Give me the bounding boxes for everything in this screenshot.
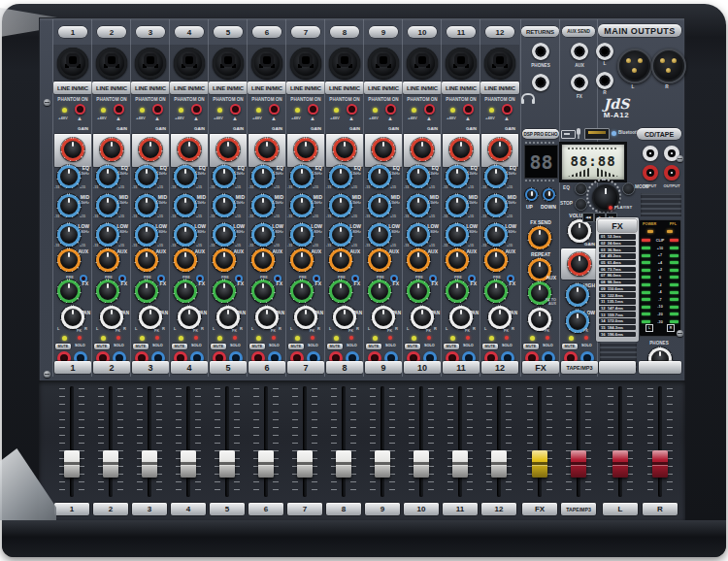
eq-knob[interactable] (290, 165, 314, 188)
eq-knob[interactable] (446, 194, 469, 217)
main-output-l-jack[interactable] (596, 43, 613, 60)
fader-cap[interactable] (64, 450, 80, 478)
returns-jack-2[interactable] (532, 74, 549, 91)
xlr-combo-jack[interactable] (170, 45, 209, 82)
tape-gain-knob[interactable] (568, 252, 591, 276)
aux-knob[interactable] (174, 248, 197, 272)
dsp-up-knob[interactable] (525, 188, 538, 201)
xlr-combo-jack[interactable] (480, 45, 519, 82)
aux-send-fx-jack[interactable] (571, 74, 588, 91)
aux-knob[interactable] (329, 248, 352, 272)
xlr-combo-jack[interactable] (131, 45, 170, 82)
phantom-button[interactable] (191, 104, 202, 115)
phantom-button[interactable] (308, 104, 318, 115)
pan-knob[interactable] (294, 306, 317, 329)
fader[interactable]: L (601, 380, 640, 520)
fader[interactable]: 11 (441, 380, 480, 520)
gain-knob[interactable] (139, 138, 162, 161)
aux-knob[interactable] (407, 248, 430, 272)
fader-cap[interactable] (612, 450, 628, 478)
fader[interactable]: TAPE/MP3 (559, 380, 598, 520)
fader-cap[interactable] (142, 450, 157, 478)
eq-knob[interactable] (135, 165, 158, 188)
fader[interactable]: 7 (285, 380, 324, 520)
cd-tape-input-r-rca[interactable] (643, 165, 658, 181)
volume-knob[interactable] (568, 219, 591, 243)
aux-knob[interactable] (368, 248, 391, 272)
eq-knob[interactable] (135, 194, 158, 217)
eq-knob[interactable] (368, 165, 391, 188)
fx-knob[interactable] (251, 280, 275, 303)
fader[interactable]: 6 (247, 380, 285, 520)
eq-knob[interactable] (251, 194, 275, 217)
phantom-button[interactable] (385, 104, 396, 115)
pan-knob[interactable] (100, 306, 123, 329)
pan-knob[interactable] (333, 306, 356, 329)
phantom-button[interactable] (502, 104, 513, 115)
gain-knob[interactable] (449, 138, 473, 161)
fader[interactable]: 8 (324, 380, 363, 520)
eq-knob[interactable] (96, 165, 119, 188)
pan-knob[interactable] (139, 306, 162, 329)
fader[interactable]: 12 (480, 380, 518, 520)
phantom-button[interactable] (463, 104, 474, 115)
eq-knob[interactable] (57, 194, 81, 217)
xlr-combo-jack[interactable] (403, 45, 442, 82)
xlr-combo-jack[interactable] (286, 45, 325, 82)
gain-knob[interactable] (294, 138, 317, 161)
fader-cap[interactable] (219, 450, 235, 478)
fx-knob[interactable] (135, 280, 158, 303)
aux-knob[interactable] (96, 248, 119, 272)
gain-knob[interactable] (178, 138, 201, 161)
fader-cap[interactable] (181, 450, 196, 478)
phantom-button[interactable] (269, 104, 280, 115)
pan-knob[interactable] (411, 306, 434, 329)
fx-to-aux-knob[interactable] (528, 308, 551, 331)
aux-knob[interactable] (135, 248, 158, 272)
fader-cap[interactable] (297, 450, 313, 478)
gain-knob[interactable] (333, 138, 356, 161)
fx-knob[interactable] (407, 280, 430, 303)
xlr-combo-jack[interactable] (248, 45, 286, 82)
pan-knob[interactable] (255, 306, 279, 329)
fx-knob[interactable] (368, 280, 391, 303)
player-stop-button[interactable] (575, 198, 587, 211)
xlr-combo-jack[interactable] (364, 45, 403, 82)
returns-jack-1[interactable] (532, 43, 549, 60)
fader[interactable]: 9 (363, 380, 402, 520)
fader-cap[interactable] (452, 450, 468, 478)
fader[interactable]: 4 (169, 380, 208, 520)
eq-knob[interactable] (407, 165, 430, 188)
eq-knob[interactable] (407, 194, 430, 217)
fx-send-knob[interactable] (528, 226, 551, 249)
fx-knob[interactable] (290, 280, 314, 303)
fader-cap[interactable] (532, 450, 547, 478)
aux-send-aux-jack[interactable] (571, 43, 588, 60)
aux-knob[interactable] (251, 248, 275, 272)
eq-knob[interactable] (96, 194, 119, 217)
fader-cap[interactable] (103, 450, 118, 478)
fader-cap[interactable] (571, 450, 586, 478)
fader[interactable]: 2 (91, 380, 130, 520)
fader[interactable]: FX (520, 380, 559, 520)
fader-cap[interactable] (652, 450, 668, 478)
fx-knob[interactable] (446, 280, 469, 303)
cd-tape-input-l-rca[interactable] (643, 146, 658, 161)
fx-knob[interactable] (57, 280, 81, 303)
gain-knob[interactable] (411, 138, 434, 161)
dsp-down-knob[interactable] (543, 188, 555, 201)
fx-knob[interactable] (174, 280, 197, 303)
xlr-combo-jack[interactable] (53, 45, 92, 82)
phantom-button[interactable] (75, 104, 85, 115)
player-eq-button[interactable] (575, 182, 587, 195)
eq-knob[interactable] (446, 165, 469, 188)
xlr-combo-jack[interactable] (442, 45, 480, 82)
main-output-r-jack[interactable] (596, 72, 613, 89)
pan-knob[interactable] (449, 306, 473, 329)
fader[interactable]: 5 (208, 380, 247, 520)
aux-knob[interactable] (446, 248, 469, 272)
gain-knob[interactable] (372, 138, 395, 161)
pan-knob[interactable] (488, 306, 512, 329)
phantom-button[interactable] (114, 104, 124, 115)
cd-tape-output-r-rca[interactable] (664, 165, 679, 181)
